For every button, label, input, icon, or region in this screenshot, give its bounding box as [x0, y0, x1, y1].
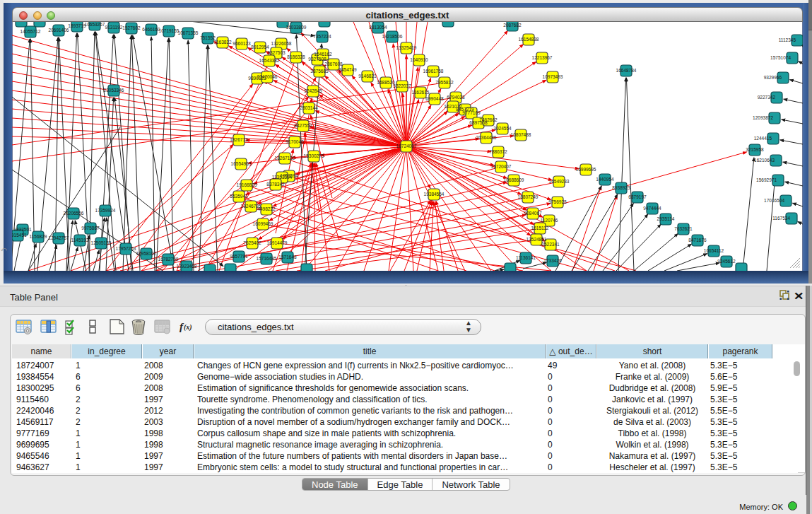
svg-text:6466160: 6466160: [142, 27, 160, 32]
svg-text:1733426: 1733426: [543, 258, 562, 263]
svg-text:23053346: 23053346: [104, 88, 124, 93]
svg-text:9329966: 9329966: [764, 75, 782, 80]
svg-text:(x): (x): [184, 323, 192, 332]
svg-text:4498222: 4498222: [257, 206, 276, 211]
svg-text:6990448: 6990448: [425, 96, 444, 101]
svg-text:1440954: 1440954: [596, 177, 614, 182]
svg-text:9170046: 9170046: [286, 139, 304, 144]
svg-text:8378342: 8378342: [266, 182, 285, 187]
svg-text:1112345: 1112345: [779, 37, 796, 42]
svg-text:15692971: 15692971: [756, 177, 777, 182]
svg-text:9474444: 9474444: [643, 206, 661, 211]
svg-text:3024554: 3024554: [493, 126, 512, 131]
svg-text:1527602: 1527602: [122, 25, 141, 30]
svg-text:12093872: 12093872: [753, 115, 773, 120]
svg-text:1546162: 1546162: [314, 52, 332, 57]
svg-text:16914479: 16914479: [267, 240, 288, 245]
svg-text:11353394: 11353394: [272, 175, 293, 180]
svg-text:2867608: 2867608: [324, 62, 343, 66]
svg-text:9756928: 9756928: [548, 199, 567, 204]
svg-text:16033809: 16033809: [286, 25, 307, 30]
svg-text:8471676: 8471676: [688, 238, 707, 243]
svg-text:9660123: 9660123: [233, 41, 251, 46]
svg-text:12213967: 12213967: [532, 55, 553, 60]
svg-text:19384554: 19384554: [424, 192, 445, 197]
svg-text:9146821: 9146821: [358, 74, 377, 78]
svg-text:9327508: 9327508: [308, 57, 326, 62]
svg-text:18807249: 18807249: [518, 194, 539, 199]
svg-text:1826713: 1826713: [230, 137, 248, 142]
svg-text:13325419: 13325419: [396, 45, 417, 50]
svg-text:1156829: 1156829: [30, 234, 47, 239]
svg-text:16154838: 16154838: [519, 37, 539, 42]
svg-text:10688609: 10688609: [504, 177, 524, 182]
svg-text:2087682: 2087682: [503, 23, 522, 28]
svg-text:10653267: 10653267: [85, 22, 105, 27]
svg-text:20206556: 20206556: [64, 211, 84, 216]
svg-text:2935114: 2935114: [657, 216, 675, 221]
svg-text:10958107: 10958107: [136, 251, 157, 256]
svg-text:2803144: 2803144: [300, 105, 318, 110]
svg-text:3215958: 3215958: [746, 147, 764, 152]
svg-text:1167534: 1167534: [772, 216, 790, 221]
svg-text:15300275: 15300275: [304, 153, 324, 158]
svg-text:20691406: 20691406: [49, 28, 69, 33]
svg-text:7163822: 7163822: [213, 40, 232, 45]
svg-text:15751074: 15751074: [770, 55, 791, 60]
svg-text:9777169: 9777169: [462, 110, 481, 115]
svg-text:17359924: 17359924: [95, 208, 116, 213]
svg-text:19166825: 19166825: [237, 182, 257, 187]
svg-text:7632621: 7632621: [674, 226, 693, 231]
svg-text:1120746: 1120746: [541, 218, 558, 223]
svg-text:1244415: 1244415: [754, 136, 772, 141]
svg-text:18267130: 18267130: [275, 156, 295, 160]
svg-text:9657791: 9657791: [230, 254, 248, 259]
svg-text:9975867: 9975867: [81, 226, 100, 230]
svg-text:12923468: 12923468: [177, 264, 197, 269]
svg-text:1040910: 1040910: [410, 57, 428, 62]
svg-text:1145193: 1145193: [71, 238, 89, 243]
svg-text:16099469: 16099469: [253, 221, 273, 226]
svg-text:16554963: 16554963: [231, 161, 252, 166]
svg-text:9242845: 9242845: [304, 88, 322, 93]
svg-text:2522341: 2522341: [541, 242, 560, 247]
svg-text:20364486: 20364486: [476, 135, 497, 140]
svg-text:5322037: 5322037: [393, 83, 411, 88]
svg-text:8813054: 8813054: [369, 25, 387, 30]
svg-text:10671355: 10671355: [178, 30, 199, 35]
svg-text:7886372: 7886372: [489, 149, 507, 154]
svg-text:15720407: 15720407: [491, 164, 512, 169]
svg-text:16543382: 16543382: [259, 58, 280, 63]
svg-text:12505135: 12505135: [91, 240, 112, 245]
svg-text:7357224: 7357224: [313, 34, 331, 39]
svg-text:9084067: 9084067: [524, 211, 542, 216]
svg-text:8186328: 8186328: [287, 54, 305, 59]
svg-text:10973493: 10973493: [543, 74, 563, 79]
svg-text:10807488: 10807488: [511, 132, 531, 137]
svg-text:23420046: 23420046: [257, 74, 278, 79]
svg-text:16782759: 16782759: [158, 257, 179, 262]
svg-text:17016504: 17016504: [764, 198, 784, 203]
svg-text:7625402: 7625402: [243, 240, 261, 245]
svg-text:1588520: 1588520: [377, 80, 395, 85]
svg-text:1893719: 1893719: [68, 23, 86, 28]
svg-text:3875685: 3875685: [310, 69, 329, 74]
svg-text:1833501: 1833501: [13, 227, 32, 232]
svg-text:1615112: 1615112: [531, 226, 549, 230]
svg-text:11136141: 11136141: [516, 255, 536, 260]
svg-text:16549233: 16549233: [549, 179, 570, 184]
svg-text:13524851: 13524851: [526, 237, 547, 242]
svg-text:18724007: 18724007: [396, 144, 417, 148]
svg-text:3915451: 3915451: [12, 233, 27, 238]
svg-text:9131192: 9131192: [105, 25, 123, 30]
svg-text:10654112: 10654112: [704, 248, 724, 253]
svg-text:8427552: 8427552: [294, 123, 312, 128]
svg-text:9245612: 9245612: [717, 259, 736, 264]
svg-text:19218506: 19218506: [382, 34, 403, 39]
svg-text:8912954: 8912954: [251, 45, 269, 49]
svg-text:5535941: 5535941: [230, 194, 248, 199]
svg-text:7955812: 7955812: [435, 80, 454, 85]
svg-text:8938923: 8938923: [612, 185, 630, 190]
svg-text:17957253: 17957253: [116, 246, 136, 251]
svg-text:6879197: 6879197: [628, 194, 647, 199]
